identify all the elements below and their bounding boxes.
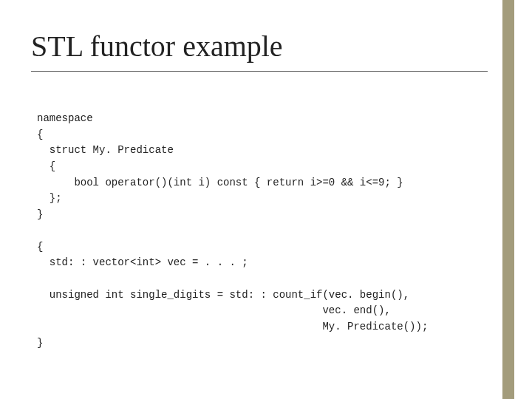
accent-bar <box>502 0 514 399</box>
slide: STL functor example namespace { struct M… <box>0 0 532 399</box>
code-block: namespace { struct My. Predicate { bool … <box>37 111 480 351</box>
slide-title: STL functor example <box>31 31 488 72</box>
